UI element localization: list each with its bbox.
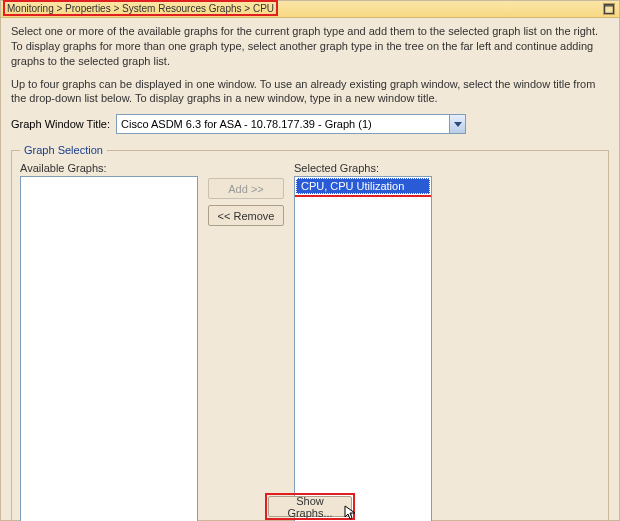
breadcrumb: Monitoring > Properties > System Resourc…	[3, 0, 278, 16]
show-graphs-button[interactable]: Show Graphs...	[268, 496, 352, 517]
graph-window-title-row: Graph Window Title: Cisco ASDM 6.3 for A…	[11, 114, 609, 134]
cursor-icon	[344, 505, 358, 521]
available-label: Available Graphs:	[20, 162, 198, 174]
svg-marker-3	[345, 506, 355, 519]
selected-col: Selected Graphs: CPU, CPU Utilization	[294, 162, 432, 521]
instructions: Select one or more of the available grap…	[11, 24, 609, 106]
bottom-bar: Show Graphs...	[1, 496, 619, 517]
selected-label: Selected Graphs:	[294, 162, 432, 174]
svg-marker-2	[454, 122, 462, 127]
remove-button[interactable]: << Remove	[208, 205, 284, 226]
show-graphs-label: Show Graphs...	[275, 495, 345, 519]
transfer-buttons-col: Add >> << Remove	[206, 162, 286, 521]
maximize-icon	[604, 4, 614, 14]
available-col: Available Graphs:	[20, 162, 198, 521]
add-button-label: Add >>	[228, 183, 263, 195]
graph-window-title-label: Graph Window Title:	[11, 118, 110, 130]
list-item[interactable]: CPU, CPU Utilization	[296, 178, 430, 194]
remove-button-label: << Remove	[218, 210, 275, 222]
combo-value: Cisco ASDM 6.3 for ASA - 10.78.177.39 - …	[121, 118, 372, 130]
graph-selection-group: Graph Selection Available Graphs: Add >>…	[11, 144, 609, 521]
graph-selection-legend: Graph Selection	[20, 144, 107, 156]
maximize-button[interactable]	[603, 3, 615, 15]
breadcrumb-text: Monitoring > Properties > System Resourc…	[7, 3, 274, 14]
instructions-line-1: Select one or more of the available grap…	[11, 24, 609, 69]
window-root: Monitoring > Properties > System Resourc…	[0, 0, 620, 521]
content-area: Select one or more of the available grap…	[1, 18, 619, 521]
combo-dropdown-button[interactable]	[449, 115, 465, 133]
graph-selection-body: Available Graphs: Add >> << Remove Selec…	[20, 162, 600, 521]
chevron-down-icon	[454, 120, 462, 128]
graph-window-title-combo[interactable]: Cisco ASDM 6.3 for ASA - 10.78.177.39 - …	[116, 114, 466, 134]
show-graphs-wrap: Show Graphs...	[268, 496, 352, 517]
available-graphs-list[interactable]	[20, 176, 198, 521]
instructions-line-2: Up to four graphs can be displayed in on…	[11, 77, 609, 107]
selected-graphs-list[interactable]: CPU, CPU Utilization	[294, 176, 432, 521]
add-button[interactable]: Add >>	[208, 178, 284, 199]
title-bar: Monitoring > Properties > System Resourc…	[1, 1, 619, 18]
